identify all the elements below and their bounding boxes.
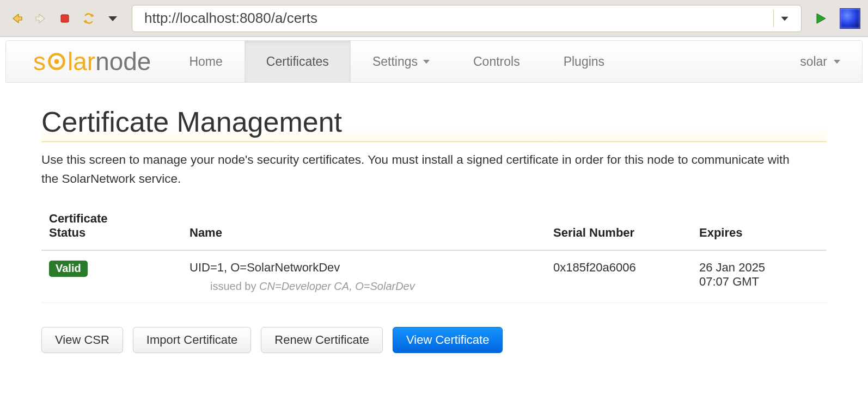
history-dropdown-button[interactable] bbox=[103, 9, 122, 28]
cert-issued-by: issued by CN=Developer CA, O=SolarDev bbox=[190, 280, 538, 293]
chevron-down-icon bbox=[834, 60, 840, 64]
url-bar bbox=[132, 5, 802, 32]
browser-toolbar bbox=[0, 0, 868, 37]
nav-settings[interactable]: Settings bbox=[351, 41, 451, 82]
col-status: Certificate Status bbox=[41, 205, 182, 250]
cell-serial: 0x185f20a6006 bbox=[546, 250, 692, 303]
nav-items: Home Certificates Settings Controls Plug… bbox=[167, 41, 626, 82]
nav-user-label: solar bbox=[800, 54, 827, 69]
page-content: Certificate Management Use this screen t… bbox=[0, 83, 868, 353]
col-expires: Expires bbox=[692, 205, 827, 250]
url-dropdown-button[interactable] bbox=[773, 10, 796, 27]
nav-label: Controls bbox=[473, 54, 520, 69]
stop-button[interactable] bbox=[56, 9, 74, 28]
nav-label: Home bbox=[189, 54, 222, 69]
view-certificate-button[interactable]: View Certificate bbox=[393, 327, 503, 353]
eclipse-icon bbox=[840, 8, 860, 29]
view-csr-button[interactable]: View CSR bbox=[41, 327, 123, 353]
button-row: View CSR Import Certificate Renew Certif… bbox=[41, 327, 827, 353]
svg-marker-3 bbox=[108, 16, 117, 21]
brand-part-lar: lar bbox=[68, 47, 95, 76]
brand-part-s: s bbox=[33, 47, 46, 76]
refresh-button[interactable] bbox=[80, 9, 98, 28]
nav-label: Plugins bbox=[564, 54, 604, 69]
cert-dn: UID=1, O=SolarNetworkDev bbox=[190, 261, 538, 275]
brand-logo[interactable]: s lar node bbox=[33, 41, 167, 82]
url-input[interactable] bbox=[143, 9, 773, 27]
table-row: Valid UID=1, O=SolarNetworkDev issued by… bbox=[41, 250, 827, 303]
svg-point-7 bbox=[54, 59, 59, 64]
svg-marker-5 bbox=[817, 14, 826, 23]
certificate-table: Certificate Status Name Serial Number Ex… bbox=[41, 205, 827, 303]
renew-certificate-button[interactable]: Renew Certificate bbox=[261, 327, 383, 353]
chevron-down-icon bbox=[423, 60, 430, 64]
nav-controls[interactable]: Controls bbox=[451, 41, 542, 82]
page-title: Certificate Management bbox=[41, 106, 827, 142]
brand-part-node: node bbox=[95, 47, 151, 76]
col-serial: Serial Number bbox=[546, 205, 692, 250]
svg-marker-4 bbox=[781, 16, 788, 21]
table-header-row: Certificate Status Name Serial Number Ex… bbox=[41, 205, 827, 250]
import-certificate-button[interactable]: Import Certificate bbox=[133, 327, 252, 353]
navbar: s lar node Home Certificates Settings Co… bbox=[5, 40, 863, 83]
nav-label: Settings bbox=[372, 54, 418, 69]
back-button[interactable] bbox=[8, 9, 26, 28]
run-button[interactable] bbox=[811, 9, 830, 28]
page-lead: Use this screen to manage your node's se… bbox=[41, 151, 804, 189]
cell-expires: 26 Jan 2025 07:07 GMT bbox=[692, 250, 827, 303]
nav-certificates[interactable]: Certificates bbox=[244, 41, 351, 82]
forward-button[interactable] bbox=[32, 9, 50, 28]
nav-label: Certificates bbox=[266, 54, 329, 69]
svg-rect-0 bbox=[61, 15, 69, 22]
nav-home[interactable]: Home bbox=[167, 41, 244, 82]
col-name: Name bbox=[182, 205, 546, 250]
nav-user-menu[interactable]: solar bbox=[778, 41, 862, 82]
cell-status: Valid bbox=[41, 250, 182, 303]
nav-plugins[interactable]: Plugins bbox=[542, 41, 626, 82]
cell-name: UID=1, O=SolarNetworkDev issued by CN=De… bbox=[182, 250, 546, 303]
sun-icon bbox=[47, 52, 66, 71]
status-badge: Valid bbox=[49, 261, 88, 277]
